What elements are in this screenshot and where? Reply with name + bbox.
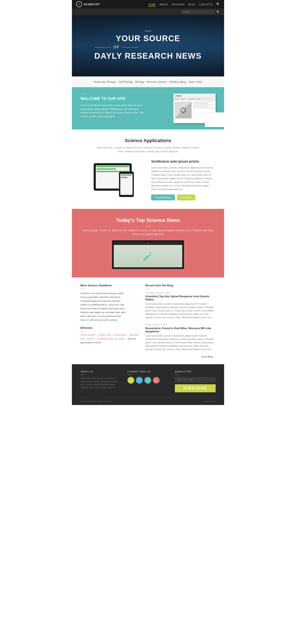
footer-newsletter-heading: NEWSLETTER (175, 370, 216, 373)
search-submit-icon[interactable]: 🔍 (217, 10, 220, 14)
blog-title-1: Scientists Tap Into Spinal Response from… (145, 295, 216, 301)
blog-title-2: Resveratrol, Found in Red Wine, Worsens … (145, 327, 216, 333)
divisions-area: Divisions Ultrices posuere | cubilia Cur… (80, 326, 139, 344)
news-screen-inner: 🧪 (114, 242, 182, 267)
blog-heading: Recent from the Blog (145, 284, 216, 287)
headlines-right: Recent from the Blog Thursday, October 3… (145, 284, 216, 358)
phone-screen-content (120, 174, 132, 195)
facebook-icon[interactable]: f (127, 377, 134, 384)
list-item: In faucibus orci luctus et trices posuer… (80, 292, 139, 296)
apps-sub-heading: Vestibulum ante ipsum primis (151, 160, 216, 164)
free-apps-button[interactable]: Free Apps (177, 194, 195, 200)
list-item: endrerit sit ametDincidunt ac. viverra s… (80, 303, 139, 307)
apps-buttons: Download Apps Free Apps (151, 194, 216, 200)
welcome-heading: WELCOME TO OUR SITE (80, 96, 146, 101)
go-to-blog-link[interactable]: Go to Blog → (202, 355, 216, 358)
footer-newsletter-accent (175, 374, 179, 375)
footer-about-accent (80, 374, 85, 375)
search-bar: 🔍 (72, 8, 224, 15)
headlines-accent-line (80, 289, 86, 289)
nav-blog[interactable]: BLOG (188, 3, 195, 6)
list-item: Donec in velit vel ipsum auctor pulvinar (80, 318, 139, 322)
screen-row-1 (96, 166, 129, 167)
division-link-6[interactable]: Ut pharetra augue nec augue. (97, 338, 125, 340)
hero-title: YOUR SOURCE OF DAYLY RESEARCH NEWS (94, 34, 202, 61)
news-screen-dot (147, 243, 149, 244)
news-screen-bar (114, 242, 182, 245)
skype-icon[interactable]: s (144, 377, 151, 384)
mockup-text-line-4 (193, 106, 208, 107)
separator: | (112, 334, 113, 336)
search-icon[interactable]: 🔍 (216, 2, 220, 6)
nav-contacts[interactable]: CONTACTS (199, 3, 213, 6)
blog-date-2: Friday, October 5, 2013 (145, 324, 216, 326)
news-heading: Today's Top Science News (80, 217, 216, 223)
phone-row-2 (121, 176, 132, 176)
mockup-header: cluster (174, 94, 215, 98)
mockup-text-line-1 (193, 102, 214, 102)
blog-accent-line (145, 289, 151, 289)
welcome-body: Fusce euismod consequat ante. Lorem ipsu… (80, 104, 146, 118)
welcome-section: WELCOME TO OUR SITE Fusce euismod conseq… (72, 87, 224, 130)
phone-screen (120, 174, 132, 195)
science-apps-desc: Nulla venenatis. In pede mi, aliquet sit… (95, 146, 201, 153)
separator: | (96, 334, 98, 336)
molecule-icon: ⬡ (180, 106, 186, 114)
apps-devices (80, 163, 145, 197)
headlines-heading: More Science Headlines (80, 284, 139, 287)
news-screenshot: 🧪 (112, 240, 184, 269)
division-link-5[interactable]: sed leo (87, 338, 94, 340)
hero-accent-line (145, 31, 151, 31)
separator: | (94, 338, 96, 340)
mockup-text-line-3 (193, 104, 214, 105)
footer-copyright: Scientist © 2013 All Rights Reserved (80, 400, 111, 402)
mockup-text-line-2 (193, 103, 208, 104)
separator: | (85, 338, 86, 340)
news-section: Today's Top Science News Nulla venenatis… (72, 209, 224, 278)
nav-about[interactable]: ABOUT (160, 3, 168, 6)
google-icon[interactable]: g+ (153, 377, 160, 384)
screen-row-2 (96, 168, 129, 168)
headlines-left: More Science Headlines In faucibus orci … (80, 284, 139, 358)
twitter-icon[interactable]: t (136, 377, 143, 384)
phone-row-3 (121, 177, 127, 178)
footer-connect: CONNECT WITH US f t s g+ (127, 370, 168, 392)
news-image-area: 🧪 (114, 245, 182, 267)
science-apps-heading: Science Applications (80, 138, 216, 143)
search-input[interactable] (181, 10, 215, 14)
subscribe-button[interactable]: SUBSCRIBE (175, 384, 216, 392)
division-link-1[interactable]: Ultrices posuere (80, 334, 96, 336)
lab-icon: 🧪 (143, 251, 153, 261)
privacy-policy-link[interactable]: Privacy Policy (204, 400, 216, 402)
arrow-icon: → (213, 355, 216, 358)
phone-device (119, 172, 134, 197)
apps-content: Vestibulum ante ipsum primis Lorem ipsum… (80, 160, 216, 200)
nav-home[interactable]: HOME (148, 3, 156, 6)
separator: | (127, 334, 128, 336)
division-link-3[interactable]: Suspendisse (114, 334, 126, 336)
tagline: Molecular Biology - Cell Biology - Biolo… (72, 76, 224, 87)
secondary-mockup (205, 112, 224, 127)
list-item: Ut pharetra augue nec augue am elit agna (80, 299, 139, 303)
download-apps-button[interactable]: Download Apps (151, 194, 175, 200)
divisions-accent-line (80, 331, 86, 332)
nav-divisions[interactable]: DIVISIONS (172, 3, 185, 6)
footer-bottom: Scientist © 2013 All Rights Reserved | P… (80, 398, 216, 405)
logo: ⚬ SCIENTIST (76, 1, 100, 7)
apps-body: Lorem ipsum dolor sit amet, consectetuer… (151, 166, 216, 191)
footer-connect-accent (127, 374, 132, 375)
news-desc: Nulla venenatis. In pede mi, aliquet sit… (80, 229, 216, 236)
navbar: ⚬ SCIENTIST HOME ABOUT DIVISIONS BLOG CO… (72, 0, 224, 8)
science-apps-section: Science Applications Nulla venenatis. In… (72, 130, 224, 209)
footer-connect-heading: CONNECT WITH US (127, 370, 168, 373)
screen-row-3 (96, 168, 116, 170)
device-mockup (92, 163, 134, 197)
newsletter-email-input[interactable] (175, 377, 216, 382)
blog-excerpt-1: Lorem ipsum dolor sit amet, consectetuer… (145, 302, 216, 319)
apps-text: Vestibulum ante ipsum primis Lorem ipsum… (151, 160, 216, 200)
footer-newsletter: NEWSLETTER SUBSCRIBE (175, 370, 216, 392)
division-link-2[interactable]: cubilia Curae (98, 334, 111, 336)
footer-about-text: Lorem ipsum dolor sit amet, consectetuer… (80, 377, 121, 389)
hero-section: YOUR SOURCE OF DAYLY RESEARCH NEWS (72, 15, 224, 76)
nav-links: HOME ABOUT DIVISIONS BLOG CONTACTS 🔍 (148, 2, 220, 6)
